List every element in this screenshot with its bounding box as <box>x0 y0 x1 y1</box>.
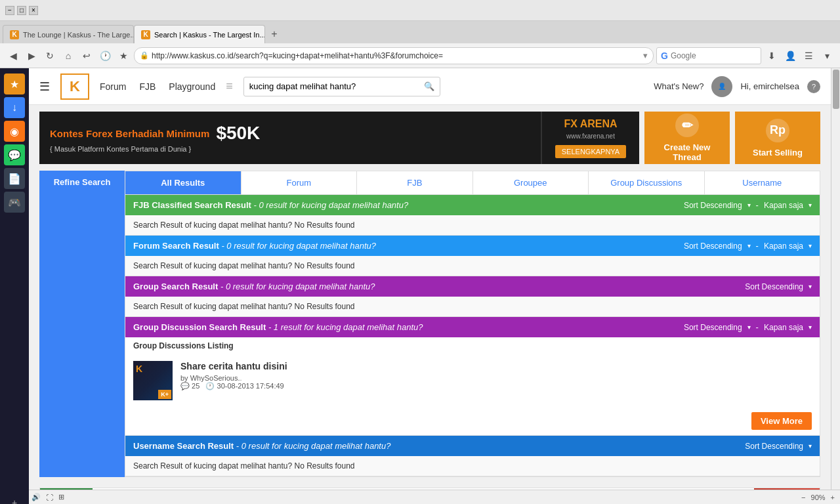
fjb-time-label[interactable]: Kapan saja <box>764 201 803 210</box>
user-icon[interactable]: 👤 <box>782 48 798 64</box>
status-bar: ⚙ 🌐 🔊 ⛶ ⊞ − 90% + <box>0 490 840 504</box>
group-sort-chevron[interactable]: ▾ <box>808 283 812 290</box>
bookmark-button[interactable]: ★ <box>116 48 131 64</box>
selengkapnya-button[interactable]: SELENGKAPNYA <box>555 145 626 158</box>
window-controls[interactable]: − □ × <box>5 6 38 15</box>
refine-search-button[interactable]: Refine Search <box>39 171 125 477</box>
tab-group-discussions[interactable]: Group Discussions <box>589 171 705 194</box>
username-sort-chevron[interactable]: ▾ <box>808 442 812 450</box>
nav-right: What's New? 👤 Hi, emirchelsea ? <box>654 76 820 97</box>
search-icon[interactable]: 🔍 <box>424 81 434 91</box>
minimize-button[interactable]: − <box>5 6 14 15</box>
tab-label-1: The Lounge | Kaskus - The Large... <box>23 31 134 39</box>
create-thread-icon: ✏ <box>675 114 699 137</box>
left-sidebar: ★ ↓ ◉ 💬 📄 🎮 + ⚙ <box>0 68 29 504</box>
avatar[interactable]: 👤 <box>711 76 732 97</box>
nav-separator-icon[interactable]: ≡ <box>226 79 233 93</box>
dropdown-icon[interactable]: ▾ <box>643 51 648 60</box>
tab-fjb[interactable]: FJB <box>357 171 473 194</box>
fjb-result-header: FJB Classified Search Result - 0 result … <box>125 195 820 215</box>
status-fullscreen-icon[interactable]: ⛶ <box>46 494 53 501</box>
sidebar-star-icon[interactable]: ★ <box>4 74 25 94</box>
home-button[interactable]: ⌂ <box>60 48 76 64</box>
sidebar-rss-icon[interactable]: ◉ <box>4 121 25 142</box>
banner-left: Kontes Forex Berhadiah Minimum $50K { Ma… <box>39 112 541 164</box>
browser-search-input[interactable] <box>671 51 749 60</box>
zoom-in-button[interactable]: + <box>831 494 835 501</box>
search-input[interactable] <box>249 81 424 91</box>
fjb-count: - 0 result for kucing dapat melihat hant… <box>254 200 409 210</box>
sidebar-add-icon[interactable]: + <box>5 494 24 504</box>
forum-time-label[interactable]: Kapan saja <box>764 242 803 251</box>
forum-sort-label[interactable]: Sort Descending <box>684 242 742 251</box>
nav-fjb[interactable]: FJB <box>139 81 156 92</box>
new-tab-button[interactable]: + <box>265 25 284 43</box>
forward-button[interactable]: ▶ <box>24 48 39 64</box>
download-icon[interactable]: ⬇ <box>764 48 780 64</box>
username-result-header: Username Search Result - 0 result for ku… <box>125 436 820 456</box>
username-sort-label[interactable]: Sort Descending <box>745 442 803 451</box>
forum-time-chevron[interactable]: ▾ <box>808 242 812 249</box>
results-panel: All Results Forum FJB Groupee Group Disc… <box>125 171 820 477</box>
gd-by-label: by <box>180 374 188 382</box>
fjb-no-results: Search Result of kucing dapat melihat ha… <box>133 220 355 230</box>
sidebar-note-icon[interactable]: 📄 <box>4 168 25 189</box>
gd-sort-label[interactable]: Sort Descending <box>684 323 742 332</box>
gd-time-chevron[interactable]: ▾ <box>808 324 812 331</box>
banner-ad[interactable]: Kontes Forex Berhadiah Minimum $50K { Ma… <box>39 112 639 164</box>
gd-time-label[interactable]: Kapan saja <box>764 323 803 332</box>
zoom-out-button[interactable]: − <box>801 494 805 501</box>
help-icon[interactable]: ? <box>807 80 820 93</box>
status-columns-icon[interactable]: ⊞ <box>58 493 64 501</box>
tab-all-results[interactable]: All Results <box>125 171 242 194</box>
more-icon[interactable]: ▾ <box>819 48 835 64</box>
fjb-time-chevron[interactable]: ▾ <box>808 201 812 209</box>
create-thread-label1: Create New <box>664 142 711 152</box>
page-scrollbar[interactable] <box>831 68 840 504</box>
nav-forum[interactable]: Forum <box>100 81 126 92</box>
tab-1[interactable]: K The Lounge | Kaskus - The Large... × <box>3 25 134 43</box>
address-input[interactable] <box>152 51 640 60</box>
scrollbar-thumb[interactable] <box>833 70 839 109</box>
fjb-result-section: FJB Classified Search Result - 0 result … <box>125 195 820 236</box>
history-button[interactable]: 🕐 <box>97 48 113 64</box>
gd-thumb-logo: K <box>136 364 142 374</box>
gd-thumb-badge: K+ <box>158 390 171 399</box>
group-discussion-count: - 1 result for kucing dapat melihat hant… <box>268 322 423 332</box>
search-area: Refine Search All Results Forum FJB Grou… <box>29 171 831 488</box>
gd-item-meta: by WhySoSerious.. <box>180 374 812 382</box>
fxarena-url: www.fxarena.net <box>566 133 615 140</box>
gd-sort-chevron[interactable]: ▾ <box>747 324 751 331</box>
nav-playground[interactable]: Playground <box>169 81 215 92</box>
whats-new-link[interactable]: What's New? <box>654 81 704 91</box>
back-alt-button[interactable]: ↩ <box>79 48 94 64</box>
fjb-sort-label[interactable]: Sort Descending <box>684 201 742 210</box>
group-sort-label[interactable]: Sort Descending <box>745 282 803 291</box>
forum-count: - 0 result for kucing dapat melihat hant… <box>221 241 376 251</box>
view-more-button[interactable]: View More <box>751 412 812 430</box>
sidebar-download-icon[interactable]: ↓ <box>4 97 25 118</box>
tab-username[interactable]: Username <box>705 171 820 194</box>
group-sort-area: Sort Descending ▾ <box>745 282 812 291</box>
refresh-button[interactable]: ↻ <box>42 48 58 64</box>
tab-groupee[interactable]: Groupee <box>473 171 589 194</box>
forum-sort-chevron[interactable]: ▾ <box>747 242 751 249</box>
back-button[interactable]: ◀ <box>5 48 21 64</box>
hamburger-icon[interactable]: ☰ <box>39 79 50 94</box>
maximize-button[interactable]: □ <box>17 6 26 15</box>
gd-comment-icon: 💬 <box>180 382 190 390</box>
status-sound-icon[interactable]: 🔊 <box>32 493 41 501</box>
sidebar-game-icon[interactable]: 🎮 <box>4 192 25 213</box>
settings-icon[interactable]: ☰ <box>801 48 816 64</box>
sidebar-chat-icon[interactable]: 💬 <box>4 144 25 165</box>
fjb-sort-chevron[interactable]: ▾ <box>747 201 751 209</box>
start-selling-button[interactable]: Rp Start Selling <box>735 112 820 164</box>
gd-item-title[interactable]: Share cerita hantu disini <box>180 361 812 371</box>
create-thread-button[interactable]: ✏ Create New Thread <box>644 112 730 164</box>
logo[interactable]: K <box>60 74 89 100</box>
gd-author[interactable]: WhySoSerious. <box>190 374 240 382</box>
tab-forum[interactable]: Forum <box>242 171 358 194</box>
tab-2[interactable]: K Search | Kaskus - The Largest In... × <box>134 25 265 43</box>
group-result-title: Group Search Result - 0 result for kucin… <box>133 282 375 291</box>
close-button[interactable]: × <box>29 6 38 15</box>
